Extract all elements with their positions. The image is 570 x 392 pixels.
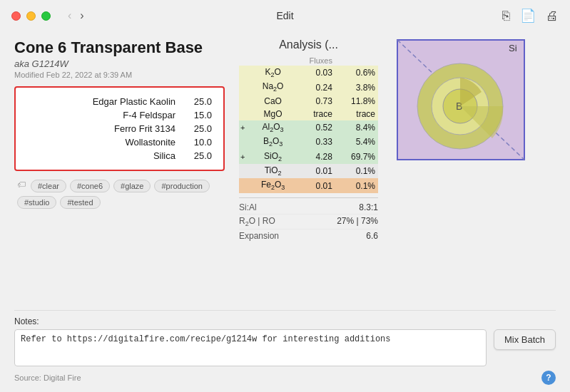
main-content: Cone 6 Transparent Base aka G1214W Modif… [0,31,570,392]
notes-section: Notes: Refer to https://digitalfire.com/… [14,310,556,366]
minimize-button[interactable] [26,11,36,21]
table-row: MgO trace trace [239,108,378,120]
table-row: F-4 Feldspar 15.0 [27,110,212,120]
oxide-percent: 3.8% [335,80,378,94]
oxide-value: 0.01 [294,164,335,178]
ingredient-amount: 25.0 [187,123,212,134]
oxide-percent: 5.4% [335,135,378,149]
r2o-value: 27% | 73% [337,216,378,227]
oxide-label: K2O [252,66,294,80]
notes-label: Notes: [14,316,556,326]
analysis-table: Fluxes K2O 0.03 0.6% Na2O 0.24 [239,56,378,193]
source-text: Source: Digital Fire [14,373,81,382]
oxide-value: trace [294,108,335,120]
oxide-label: TiO2 [252,164,294,178]
middle-panel: Analysis (... Fluxes K2O 0.03 0. [239,38,378,304]
toolbar-actions: ⎘ 📄 🖨 [502,8,559,24]
oxide-value: 0.33 [294,135,335,149]
percent-header [335,56,378,66]
ingredient-name: Wollastonite [27,137,187,148]
oxide-percent: 0.1% [335,164,378,178]
recipe-aka: aka G1214W [14,58,225,69]
recipe-modified: Modified Feb 22, 2022 at 9:39 AM [14,71,225,79]
window-title: Edit [276,10,293,21]
table-row: + Al2O3 0.52 8.4% [239,120,378,135]
stats-row: Si:Al 8.3:1 [239,201,378,215]
oxide-percent: 8.4% [335,120,378,135]
table-row: K2O 0.03 0.6% [239,66,378,80]
table-row: CaO 0.73 11.8% [239,95,378,108]
oxide-value: 0.01 [294,178,335,192]
ingredient-name: Silica [27,150,187,161]
ingredient-amount: 25.0 [187,150,212,161]
tag-clear[interactable]: #clear [31,180,66,192]
tags-section: 🏷 #clear #cone6 #glaze #production #stud… [14,180,225,209]
ingredient-amount: 25.0 [187,96,212,107]
unity-diagram: Si B [396,38,528,163]
stats-row: R2O | RO 27% | 73% [239,215,378,229]
oxide-label: MgO [252,108,294,120]
window-controls: ‹ › [11,8,87,24]
forward-button[interactable]: › [77,8,86,24]
svg-text:Si: Si [509,43,517,53]
table-row: Ferro Frit 3134 25.0 [27,123,212,134]
table-row: + SiO2 4.28 69.7% [239,150,378,164]
table-row: B2O3 0.33 5.4% [239,135,378,149]
oxide-value: 4.28 [294,150,335,164]
notes-textarea[interactable]: Refer to https://digitalfire.com/recipe/… [14,329,487,366]
analysis-title: Analysis (... [239,38,378,51]
help-button[interactable]: ? [541,371,556,385]
close-button[interactable] [11,11,21,21]
expansion-label: Expansion [239,231,279,241]
tag-studio[interactable]: #studio [17,196,56,209]
stats-section: Si:Al 8.3:1 R2O | RO 27% | 73% Expansion… [239,197,378,242]
ingredients-box: Edgar Plastic Kaolin 25.0 F-4 Feldspar 1… [14,86,225,171]
expansion-value: 6.6 [366,231,378,241]
oxide-label: Fe2O3 [252,178,294,192]
sial-label: Si:Al [239,202,257,212]
table-row: Edgar Plastic Kaolin 25.0 [27,96,212,107]
r2o-label: R2O | RO [239,216,275,227]
recipe-title: Cone 6 Transparent Base [14,38,225,57]
oxide-label: B2O3 [252,135,294,149]
copy-icon[interactable]: ⎘ [502,9,510,24]
table-row: TiO2 0.01 0.1% [239,164,378,178]
print-icon[interactable]: 🖨 [546,9,559,24]
oxide-label: CaO [252,95,294,108]
footer: Source: Digital Fire ? [14,366,556,385]
oxide-percent: trace [335,108,378,120]
oxide-label: Al2O3 [252,120,294,135]
left-panel: Cone 6 Transparent Base aka G1214W Modif… [14,38,225,304]
oxide-percent: 69.7% [335,150,378,164]
table-row: Fe2O3 0.01 0.1% [239,178,378,192]
oxide-label: SiO2 [252,150,294,164]
mix-batch-button[interactable]: Mix Batch [494,329,556,350]
table-row: Silica 25.0 [27,150,212,161]
oxide-label: Na2O [252,80,294,94]
oxide-percent: 11.8% [335,95,378,108]
table-row: Na2O 0.24 3.8% [239,80,378,94]
nav-arrows: ‹ › [65,8,87,24]
top-section: Cone 6 Transparent Base aka G1214W Modif… [14,38,556,304]
tag-glaze[interactable]: #glaze [113,180,151,192]
maximize-button[interactable] [41,11,51,21]
ingredient-amount: 15.0 [187,110,212,120]
right-panel: Si B [392,38,531,304]
ingredient-name: Edgar Plastic Kaolin [27,96,187,107]
ingredient-name: Ferro Frit 3134 [27,123,187,134]
oxide-value: 0.52 [294,120,335,135]
table-row: Wollastonite 10.0 [27,137,212,148]
tag-cone6[interactable]: #cone6 [70,180,110,192]
oxide-value: 0.03 [294,66,335,80]
oxide-percent: 0.6% [335,66,378,80]
stats-row: Expansion 6.6 [239,229,378,242]
notes-row: Refer to https://digitalfire.com/recipe/… [14,329,556,366]
ingredient-amount: 10.0 [187,137,212,148]
back-button[interactable]: ‹ [65,8,74,24]
oxide-value: 0.73 [294,95,335,108]
tag-production[interactable]: #production [154,180,210,192]
oxide-value: 0.24 [294,80,335,94]
ingredient-name: F-4 Feldspar [27,110,187,120]
tag-tested[interactable]: #tested [60,196,100,209]
document-icon[interactable]: 📄 [520,8,536,24]
